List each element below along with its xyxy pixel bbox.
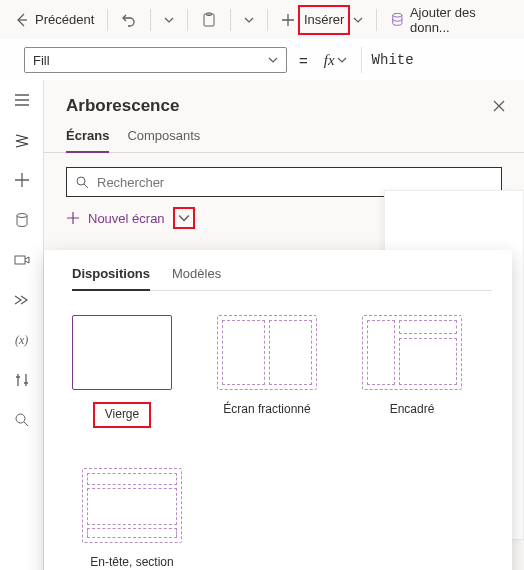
svg-point-2 <box>393 13 402 17</box>
insert-label: Insérer <box>304 12 344 27</box>
property-name: Fill <box>33 53 50 68</box>
chevron-down-icon <box>268 55 278 65</box>
tree-view-icon[interactable] <box>12 130 32 150</box>
layout-templates: Vierge Écran fractionné Encadré <box>72 291 492 570</box>
formula-bar: Fill = fx White <box>0 40 524 80</box>
undo-icon <box>121 12 137 28</box>
svg-text:(x): (x) <box>15 333 28 347</box>
template-sidebar[interactable]: Encadré <box>362 315 462 428</box>
media-icon[interactable] <box>12 250 32 270</box>
insert-button-group[interactable]: Insérer <box>275 1 369 39</box>
undo-button[interactable] <box>115 8 143 32</box>
divider <box>267 9 268 31</box>
template-label-sidebar: Encadré <box>390 402 435 418</box>
template-header[interactable]: En-tête, section principale, pied de pag… <box>72 468 192 570</box>
tree-tabs: Écrans Composants <box>44 122 524 153</box>
tab-components[interactable]: Composants <box>127 128 200 152</box>
svg-rect-4 <box>15 256 25 264</box>
main-area: (x) Arborescence Écrans Composants <box>0 80 524 570</box>
back-button[interactable]: Précédent <box>8 8 100 32</box>
tools-icon[interactable] <box>12 370 32 390</box>
divider <box>376 9 377 31</box>
fx-button[interactable]: fx <box>320 52 351 69</box>
divider <box>107 9 108 31</box>
tab-templates[interactable]: Modèles <box>172 266 221 290</box>
fx-label: fx <box>324 52 335 69</box>
template-label-split: Écran fractionné <box>223 402 310 418</box>
paste-dropdown[interactable] <box>238 11 260 29</box>
chevron-down-icon <box>164 15 174 25</box>
back-label: Précédent <box>35 12 94 27</box>
power-automate-icon[interactable] <box>12 290 32 310</box>
add-data-label: Ajouter des donn... <box>410 5 510 35</box>
new-screen-label: Nouvel écran <box>88 211 165 226</box>
chevron-down-icon <box>353 15 363 25</box>
close-icon[interactable] <box>492 99 506 113</box>
equals-sign: = <box>297 52 310 69</box>
template-blank[interactable]: Vierge <box>72 315 172 428</box>
thumb-blank <box>72 315 172 390</box>
divider <box>150 9 151 31</box>
data-icon[interactable] <box>12 210 32 230</box>
chevron-down-icon <box>337 55 347 65</box>
arrow-left-icon <box>14 12 30 28</box>
clipboard-icon <box>201 12 217 28</box>
undo-dropdown[interactable] <box>158 11 180 29</box>
search-input[interactable] <box>97 175 493 190</box>
insert-highlight: Insérer <box>298 5 350 35</box>
svg-point-7 <box>77 177 85 185</box>
property-selector[interactable]: Fill <box>24 47 287 73</box>
svg-point-3 <box>17 214 27 218</box>
variables-icon[interactable]: (x) <box>12 330 32 350</box>
dropdown-tabs: Dispositions Modèles <box>72 266 492 291</box>
thumb-header <box>82 468 182 543</box>
add-data-button[interactable]: Ajouter des donn... <box>384 1 516 39</box>
tree-title: Arborescence <box>66 96 179 116</box>
left-rail: (x) <box>0 80 44 570</box>
new-screen-dropdown-highlight[interactable] <box>173 207 195 229</box>
new-screen-dropdown: Dispositions Modèles Vierge Écran fracti… <box>44 250 512 570</box>
search-icon <box>75 175 89 189</box>
svg-point-6 <box>16 414 25 423</box>
insert-icon[interactable] <box>12 170 32 190</box>
plus-icon <box>281 13 295 27</box>
template-split[interactable]: Écran fractionné <box>217 315 317 428</box>
top-command-bar: Précédent Insérer <box>0 0 524 40</box>
database-icon <box>390 12 405 28</box>
template-label-header: En-tête, section principale, pied de pag… <box>72 555 192 570</box>
tree-view-panel: Arborescence Écrans Composants Nouvel éc… <box>44 80 524 570</box>
plus-icon <box>66 211 80 225</box>
hamburger-icon[interactable] <box>12 90 32 110</box>
thumb-sidebar <box>362 315 462 390</box>
divider <box>230 9 231 31</box>
thumb-split <box>217 315 317 390</box>
search-icon[interactable] <box>12 410 32 430</box>
divider <box>187 9 188 31</box>
tab-screens[interactable]: Écrans <box>66 128 109 153</box>
tab-layouts[interactable]: Dispositions <box>72 266 150 291</box>
template-label-blank: Vierge <box>93 402 151 428</box>
paste-button[interactable] <box>195 8 223 32</box>
formula-value[interactable]: White <box>361 47 510 73</box>
chevron-down-icon <box>244 15 254 25</box>
